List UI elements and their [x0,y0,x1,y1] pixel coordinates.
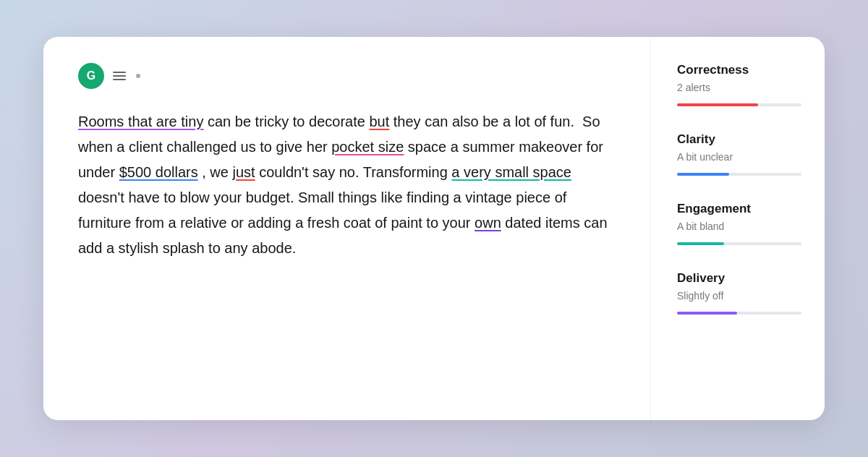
menu-icon[interactable] [110,69,129,83]
engagement-bar-fill [677,242,724,245]
delivery-subtitle: Slightly off [677,290,801,302]
delivery-bar-track [677,312,801,315]
toolbar: G [78,63,621,89]
more-icon[interactable] [136,74,140,78]
correctness-bar-track [677,103,801,106]
annotation-but: but [369,114,389,129]
correctness-bar-fill [677,103,758,106]
engagement-subtitle: A bit bland [677,221,801,232]
clarity-metric: Clarity A bit unclear [677,132,801,176]
clarity-title: Clarity [677,132,801,147]
metrics-sidebar: Correctness 2 alerts Clarity A bit uncle… [651,37,825,420]
clarity-bar-fill [677,173,729,176]
correctness-subtitle: 2 alerts [677,82,801,93]
annotation-a-very-small-space: a very small space [451,164,571,180]
delivery-bar-fill [677,312,737,315]
document-text: Rooms that are tiny can be tricky to dec… [78,109,621,261]
correctness-metric: Correctness 2 alerts [677,63,801,106]
grammarly-logo: G [78,63,104,89]
annotation-500-dollars: $500 dollars [119,164,198,180]
engagement-metric: Engagement A bit bland [677,202,801,245]
delivery-metric: Delivery Slightly off [677,271,801,315]
annotation-just: just [233,164,255,180]
engagement-title: Engagement [677,202,801,216]
clarity-bar-track [677,173,801,176]
annotation-rooms-that-are-tiny: Rooms that are tiny [78,114,203,129]
annotation-pocket-size: pocket size [331,139,404,155]
text-editor-area: G Rooms that are tiny can be tricky to d… [43,37,651,420]
delivery-title: Delivery [677,271,801,286]
clarity-subtitle: A bit unclear [677,151,801,163]
main-card: G Rooms that are tiny can be tricky to d… [43,37,825,420]
engagement-bar-track [677,242,801,245]
annotation-own: own [475,215,501,231]
correctness-title: Correctness [677,63,801,77]
